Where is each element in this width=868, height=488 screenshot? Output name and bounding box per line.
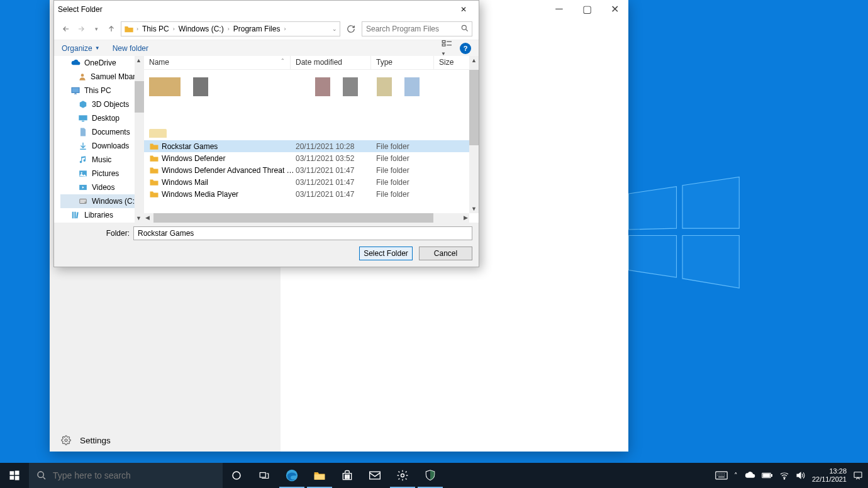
svg-marker-3 bbox=[682, 236, 739, 289]
file-name: Rockstar Games bbox=[162, 142, 296, 151]
chevron-down-icon[interactable]: ⌄ bbox=[332, 26, 337, 32]
tree-item[interactable]: Windows (C:) bbox=[60, 194, 144, 208]
file-date: 03/11/2021 01:47 bbox=[296, 166, 376, 175]
system-tray[interactable]: ˄ 13:28 22/11/2021 bbox=[710, 463, 868, 488]
file-name: Windows Media Player bbox=[162, 190, 296, 199]
tree-item[interactable]: Music bbox=[60, 153, 144, 167]
bg-settings-item[interactable]: Settings bbox=[61, 435, 111, 445]
wifi-icon[interactable] bbox=[779, 471, 789, 480]
newfolder-button[interactable]: New folder bbox=[113, 44, 148, 53]
nav-recent-dropdown[interactable]: ▾ bbox=[91, 23, 102, 35]
taskview-button[interactable] bbox=[250, 463, 278, 488]
scroll-down-icon[interactable]: ▼ bbox=[471, 206, 477, 212]
tree-scrollbar[interactable]: ▲ ▼ bbox=[135, 56, 144, 223]
svg-rect-11 bbox=[82, 121, 84, 121]
taskbar-search[interactable] bbox=[29, 463, 223, 488]
mail-button[interactable] bbox=[361, 463, 389, 488]
settings-button[interactable] bbox=[389, 463, 416, 488]
tray-overflow-icon[interactable]: ˄ bbox=[734, 472, 738, 480]
file-row[interactable]: Rockstar Games20/11/2021 10:28File folde… bbox=[144, 140, 469, 152]
search-input[interactable] bbox=[362, 22, 458, 36]
crumb-program-files[interactable]: Program Files bbox=[232, 25, 282, 33]
notifications-icon[interactable] bbox=[853, 470, 863, 480]
file-type: File folder bbox=[376, 154, 439, 163]
tree-item[interactable]: This PC bbox=[60, 84, 144, 97]
clock-time: 13:28 bbox=[812, 467, 847, 475]
tree-item-label: Music bbox=[92, 155, 111, 164]
folder-icon bbox=[124, 25, 134, 33]
file-hscrollbar[interactable]: ◀ ▶ bbox=[144, 213, 469, 223]
taskbar-clock[interactable]: 13:28 22/11/2021 bbox=[812, 467, 847, 484]
tree-item[interactable]: Libraries bbox=[60, 208, 144, 222]
svg-rect-23 bbox=[15, 476, 19, 480]
file-hscroll-thumb[interactable] bbox=[153, 213, 433, 223]
cortana-button[interactable] bbox=[223, 463, 250, 488]
start-button[interactable] bbox=[0, 463, 29, 488]
svg-rect-38 bbox=[763, 474, 770, 477]
nav-forward-button[interactable] bbox=[75, 23, 87, 35]
security-button[interactable] bbox=[416, 463, 444, 488]
file-list-header[interactable]: Name⌃ Date modified Type Size bbox=[144, 56, 479, 70]
file-row[interactable]: Windows Defender Advanced Threat Pro...0… bbox=[144, 164, 469, 176]
col-name[interactable]: Name⌃ bbox=[144, 56, 291, 69]
scroll-down-icon[interactable]: ▼ bbox=[136, 215, 142, 221]
file-row[interactable]: Windows Defender03/11/2021 03:52File fol… bbox=[144, 152, 469, 164]
file-type: File folder bbox=[376, 166, 439, 175]
dialog-titlebar[interactable]: Select Folder ✕ bbox=[54, 1, 479, 18]
tree-item[interactable]: 3D Objects bbox=[60, 97, 144, 111]
tree-item[interactable]: Documents bbox=[60, 125, 144, 139]
select-folder-button[interactable]: Select Folder bbox=[359, 247, 413, 260]
svg-marker-0 bbox=[629, 187, 677, 230]
tree-item[interactable]: Desktop bbox=[60, 111, 144, 125]
scroll-left-icon[interactable]: ◀ bbox=[145, 214, 150, 221]
battery-icon[interactable] bbox=[762, 472, 773, 479]
scroll-up-icon[interactable]: ▲ bbox=[136, 57, 142, 64]
folder-tree[interactable]: OneDriveSamuel MbanascThis PC3D ObjectsD… bbox=[54, 56, 144, 223]
folder-name-input[interactable] bbox=[133, 226, 472, 240]
svg-rect-31 bbox=[345, 477, 347, 479]
keyboard-icon[interactable] bbox=[715, 471, 728, 480]
file-row[interactable]: Windows Mail03/11/2021 01:47File folder bbox=[144, 176, 469, 188]
tree-item[interactable]: Videos bbox=[60, 180, 144, 194]
bg-maximize-button[interactable]: ▢ bbox=[573, 0, 601, 18]
volume-icon[interactable] bbox=[796, 471, 806, 480]
store-button[interactable] bbox=[333, 463, 361, 488]
nav-back-button[interactable] bbox=[60, 23, 72, 35]
address-bar[interactable]: › This PC › Windows (C:) › Program Files… bbox=[121, 21, 340, 36]
edge-button[interactable] bbox=[278, 463, 306, 488]
view-button[interactable]: ▼ bbox=[441, 40, 453, 57]
taskbar-search-input[interactable] bbox=[53, 470, 215, 480]
col-type[interactable]: Type bbox=[371, 56, 434, 69]
tree-item[interactable]: Samuel Mbanasc bbox=[60, 70, 144, 84]
col-date[interactable]: Date modified bbox=[291, 56, 371, 69]
search-box[interactable] bbox=[362, 21, 472, 36]
bg-minimize-button[interactable]: ─ bbox=[545, 0, 573, 18]
tree-item[interactable]: Pictures bbox=[60, 167, 144, 180]
file-type: File folder bbox=[376, 142, 439, 151]
file-date: 03/11/2021 01:47 bbox=[296, 178, 376, 187]
cancel-button[interactable]: Cancel bbox=[419, 247, 472, 260]
tree-item[interactable]: OneDrive bbox=[60, 56, 144, 70]
bg-close-button[interactable]: ✕ bbox=[601, 0, 628, 18]
nav-up-button[interactable] bbox=[106, 23, 117, 35]
dialog-close-button[interactable]: ✕ bbox=[452, 2, 475, 17]
file-scrollbar[interactable]: ▲ ▼ bbox=[469, 56, 479, 213]
taskbar: ˄ 13:28 22/11/2021 bbox=[0, 463, 868, 488]
gear-icon bbox=[61, 435, 71, 445]
search-icon bbox=[36, 470, 47, 480]
scroll-right-icon[interactable]: ▶ bbox=[464, 214, 468, 221]
refresh-button[interactable] bbox=[344, 25, 358, 33]
onedrive-icon[interactable] bbox=[744, 472, 755, 479]
file-row[interactable]: Windows Media Player03/11/2021 01:47File… bbox=[144, 188, 469, 200]
crumb-this-pc[interactable]: This PC bbox=[141, 25, 170, 33]
crumb-c-drive[interactable]: Windows (C:) bbox=[177, 25, 225, 33]
file-scroll-thumb[interactable] bbox=[469, 70, 479, 145]
help-button[interactable]: ? bbox=[460, 43, 471, 54]
tree-item-label: This PC bbox=[84, 86, 111, 95]
scroll-up-icon[interactable]: ▲ bbox=[471, 57, 477, 64]
organize-button[interactable]: Organize ▼ bbox=[62, 44, 100, 53]
svg-point-4 bbox=[65, 439, 67, 441]
tree-item[interactable]: Downloads bbox=[60, 139, 144, 153]
tree-scroll-thumb[interactable] bbox=[135, 81, 144, 113]
explorer-button[interactable] bbox=[306, 463, 333, 488]
